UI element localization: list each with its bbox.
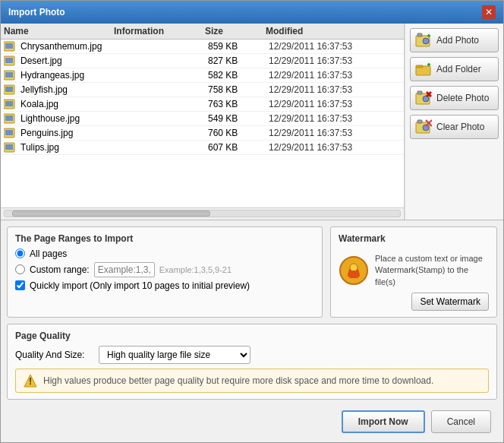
- quality-row: Quality And Size: Low quality small file…: [15, 346, 489, 364]
- file-modified: 12/29/2011 16:37:53: [269, 55, 401, 66]
- all-pages-row: All pages: [15, 248, 314, 259]
- file-modified: 12/29/2011 16:37:53: [269, 84, 401, 95]
- custom-range-input[interactable]: [94, 262, 155, 277]
- quick-import-label[interactable]: Quickly import (Only import 10 pages to …: [30, 280, 250, 291]
- file-icon: [4, 70, 17, 81]
- import-photo-dialog: Import Photo ✕ Name Information Size Mod…: [0, 0, 504, 443]
- watermark-content: Place a custom text or image Watermark(S…: [339, 253, 489, 288]
- file-size: 763 KB: [208, 99, 269, 109]
- col-info-header: Information: [114, 26, 205, 36]
- file-name: Jellyfish.jpg: [20, 84, 117, 95]
- scrollbar-horizontal[interactable]: [1, 207, 404, 220]
- table-row[interactable]: Tulips.jpg 607 KB 12/29/2011 16:37:53: [1, 141, 404, 155]
- custom-range-label[interactable]: Custom range:: [30, 264, 90, 275]
- import-now-button[interactable]: Import Now: [342, 410, 425, 433]
- scrollbar-track[interactable]: [4, 210, 401, 217]
- svg-rect-23: [416, 65, 423, 68]
- svg-rect-15: [5, 144, 13, 150]
- svg-rect-11: [5, 115, 13, 121]
- table-row[interactable]: Lighthouse.jpg 549 KB 12/29/2011 16:37:5…: [1, 112, 404, 126]
- table-row[interactable]: Koala.jpg 763 KB 12/29/2011 16:37:53: [1, 97, 404, 112]
- col-size-header: Size: [205, 26, 266, 36]
- quality-title: Page Quality: [15, 331, 489, 341]
- add-folder-label: Add Folder: [436, 64, 481, 74]
- file-modified: 12/29/2011 16:37:53: [269, 113, 401, 124]
- svg-rect-5: [5, 72, 13, 78]
- watermark-title: Watermark: [339, 233, 489, 244]
- page-range-title: The Page Ranges to Import: [15, 233, 314, 244]
- svg-rect-9: [5, 101, 13, 106]
- file-list-header: Name Information Size Modified: [1, 24, 404, 40]
- delete-photo-button[interactable]: Delete Photo: [410, 86, 499, 110]
- file-name: Chrysanthemum.jpg: [20, 41, 117, 52]
- svg-text:!: !: [29, 376, 32, 387]
- file-size: 827 KB: [208, 55, 269, 66]
- svg-point-27: [423, 96, 429, 102]
- delete-photo-icon: [415, 90, 432, 106]
- add-folder-icon: [415, 62, 432, 77]
- add-photo-label: Add Photo: [436, 35, 479, 46]
- file-icon: [4, 55, 17, 66]
- file-size: 758 KB: [208, 84, 269, 95]
- svg-rect-18: [417, 33, 422, 36]
- clear-photo-label: Clear Photo: [436, 122, 484, 132]
- sidebar: Add Photo Add Folder: [405, 24, 503, 220]
- table-row[interactable]: Hydrangeas.jpg 582 KB 12/29/2011 16:37:5…: [1, 68, 404, 83]
- custom-range-radio[interactable]: [15, 264, 25, 274]
- title-bar: Import Photo ✕: [1, 1, 503, 24]
- close-button[interactable]: ✕: [482, 5, 496, 19]
- file-modified: 12/29/2011 16:37:53: [269, 41, 401, 52]
- watermark-icon: [339, 255, 369, 286]
- file-size: 582 KB: [208, 70, 269, 81]
- svg-point-17: [423, 38, 429, 44]
- svg-rect-33: [417, 120, 422, 123]
- svg-rect-1: [5, 43, 13, 49]
- file-icon: [4, 128, 17, 138]
- quick-import-checkbox[interactable]: [15, 280, 25, 290]
- file-size: 760 KB: [208, 128, 269, 138]
- delete-photo-label: Delete Photo: [436, 93, 489, 103]
- file-icon: [4, 84, 17, 95]
- file-modified: 12/29/2011 16:37:53: [269, 70, 401, 81]
- file-list: Chrysanthemum.jpg 859 KB 12/29/2011 16:3…: [1, 40, 404, 155]
- file-panel: Name Information Size Modified Chrysanth…: [1, 24, 405, 220]
- svg-point-37: [350, 264, 358, 271]
- table-row[interactable]: Chrysanthemum.jpg 859 KB 12/29/2011 16:3…: [1, 40, 404, 54]
- watermark-box: Watermark Place a custom text or image W…: [330, 226, 497, 318]
- file-name: Lighthouse.jpg: [20, 113, 117, 124]
- dialog-title: Import Photo: [8, 7, 65, 17]
- svg-rect-3: [5, 58, 13, 63]
- add-photo-button[interactable]: Add Photo: [410, 28, 499, 52]
- set-watermark-button[interactable]: Set Watermark: [411, 293, 489, 311]
- main-area: Name Information Size Modified Chrysanth…: [1, 24, 503, 220]
- all-pages-radio[interactable]: [15, 248, 25, 258]
- file-name: Penguins.jpg: [20, 128, 117, 138]
- table-row[interactable]: Penguins.jpg 760 KB 12/29/2011 16:37:53: [1, 126, 404, 141]
- file-name: Koala.jpg: [20, 99, 117, 109]
- file-size: 549 KB: [208, 113, 269, 124]
- quality-box: Page Quality Quality And Size: Low quali…: [7, 324, 497, 400]
- svg-rect-7: [5, 87, 13, 92]
- cancel-button[interactable]: Cancel: [431, 410, 491, 433]
- file-modified: 12/29/2011 16:37:53: [269, 128, 401, 138]
- footer-row: Import Now Cancel: [7, 406, 497, 436]
- file-modified: 12/29/2011 16:37:53: [269, 142, 401, 153]
- file-name: Hydrangeas.jpg: [20, 70, 117, 81]
- file-icon: [4, 41, 17, 52]
- clear-photo-button[interactable]: Clear Photo: [410, 115, 499, 139]
- table-row[interactable]: Jellyfish.jpg 758 KB 12/29/2011 16:37:53: [1, 83, 404, 97]
- example-text: Example:1,3,5,9-21: [159, 265, 232, 274]
- warning-text: High values produce better page quality …: [43, 375, 433, 386]
- quality-select[interactable]: Low quality small file sizeMedium qualit…: [99, 346, 250, 364]
- scrollbar-thumb[interactable]: [12, 210, 210, 217]
- table-row[interactable]: Desert.jpg 827 KB 12/29/2011 16:37:53: [1, 54, 404, 68]
- file-icon: [4, 113, 17, 124]
- custom-range-row: Custom range: Example:1,3,5,9-21: [15, 262, 314, 277]
- add-folder-button[interactable]: Add Folder: [410, 57, 499, 81]
- file-list-container[interactable]: Chrysanthemum.jpg 859 KB 12/29/2011 16:3…: [1, 40, 404, 207]
- page-range-box: The Page Ranges to Import All pages Cust…: [7, 226, 323, 318]
- file-name: Tulips.jpg: [20, 142, 117, 153]
- warning-box: ! High values produce better page qualit…: [15, 369, 489, 393]
- file-icon: [4, 99, 17, 109]
- all-pages-label[interactable]: All pages: [30, 248, 67, 259]
